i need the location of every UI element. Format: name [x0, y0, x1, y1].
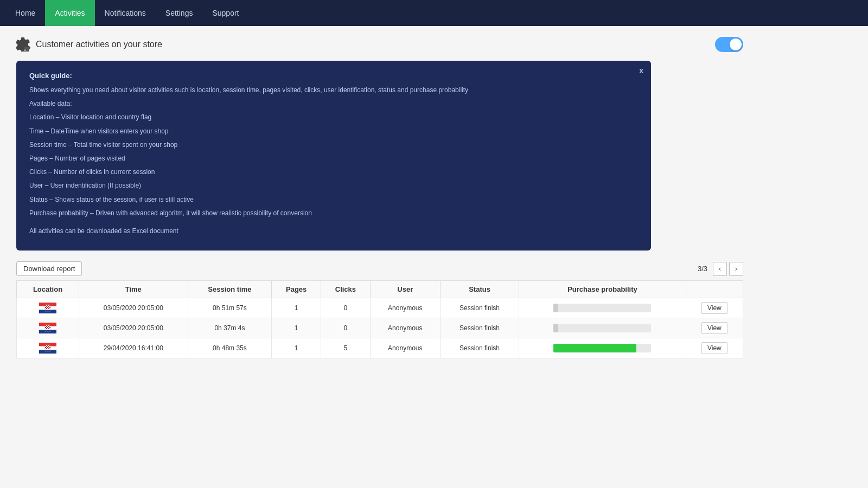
toolbar: Download report 3/3 ‹ › — [16, 261, 743, 276]
cell-location — [17, 298, 79, 318]
cell-location — [17, 318, 79, 338]
cell-purchase-probability — [519, 338, 686, 358]
cell-status: Session finish — [440, 298, 519, 318]
svg-rect-24 — [47, 308, 48, 309]
main-content: 2 Customer activities on your store x Qu… — [0, 26, 760, 369]
table-column-header: Pages — [272, 281, 321, 298]
table-column-header: Session time — [188, 281, 272, 298]
quick-guide-items: Location – Visitor location and country … — [29, 112, 638, 219]
nav-support[interactable]: Support — [202, 0, 248, 26]
next-page-button[interactable]: › — [729, 262, 743, 276]
svg-rect-37 — [45, 326, 46, 327]
cell-user: Anonymous — [370, 298, 440, 318]
svg-rect-67 — [45, 347, 46, 348]
cell-clicks: 5 — [321, 338, 371, 358]
table-row: 03/05/2020 20:05:000h 37m 4s10AnonymousS… — [17, 318, 743, 338]
svg-rect-13 — [46, 306, 47, 307]
cell-view: View — [686, 338, 743, 358]
cell-clicks: 0 — [321, 318, 371, 338]
table-body: 03/05/2020 20:05:000h 51m 57s10Anonymous… — [17, 298, 743, 358]
cell-view: View — [686, 318, 743, 338]
svg-rect-30 — [39, 330, 56, 333]
svg-rect-55 — [39, 350, 56, 354]
svg-rect-50 — [48, 328, 49, 329]
toggle-thumb — [730, 38, 742, 50]
page-title-row: 2 Customer activities on your store — [16, 37, 743, 52]
quick-guide-item: Clicks – Number of clicks in current ses… — [29, 167, 638, 177]
view-button[interactable]: View — [701, 322, 727, 334]
quick-guide-item: Location – Visitor location and country … — [29, 112, 638, 123]
svg-rect-65 — [48, 346, 49, 347]
svg-rect-72 — [45, 348, 46, 349]
quick-guide-item: User – User indentification (If possible… — [29, 181, 638, 191]
table-row: 03/05/2020 20:05:000h 51m 57s10Anonymous… — [17, 298, 743, 318]
cell-pages: 1 — [272, 298, 321, 318]
cell-time: 03/05/2020 20:05:00 — [79, 318, 188, 338]
svg-rect-10 — [48, 305, 49, 306]
table-column-header — [686, 281, 743, 298]
svg-rect-69 — [47, 347, 48, 348]
svg-rect-38 — [46, 326, 47, 327]
svg-rect-26 — [49, 308, 50, 309]
svg-rect-36 — [49, 325, 50, 326]
navbar: Home Activities Notifications Settings S… — [0, 0, 868, 26]
svg-rect-19 — [47, 307, 48, 308]
svg-rect-42 — [45, 327, 46, 328]
cell-session-time: 0h 51m 57s — [188, 298, 272, 318]
view-button[interactable]: View — [701, 302, 727, 314]
nav-notifications[interactable]: Notifications — [95, 0, 156, 26]
svg-rect-40 — [48, 326, 49, 327]
view-button[interactable]: View — [701, 342, 727, 354]
cell-location — [17, 338, 79, 358]
svg-rect-9 — [47, 305, 48, 306]
quick-guide-item: Pages – Number of pages visited — [29, 153, 638, 164]
svg-rect-32 — [45, 325, 46, 326]
download-report-button[interactable]: Download report — [16, 261, 82, 276]
cell-time: 29/04/2020 16:41:00 — [79, 338, 188, 358]
cell-status: Session finish — [440, 338, 519, 358]
svg-rect-8 — [46, 305, 47, 306]
page-info: 3/3 — [698, 265, 707, 273]
svg-rect-20 — [48, 307, 49, 308]
cell-time: 03/05/2020 20:05:00 — [79, 298, 188, 318]
table-row: 29/04/2020 16:41:000h 48m 35s15Anonymous… — [17, 338, 743, 358]
table-column-header: User — [370, 281, 440, 298]
svg-rect-49 — [47, 328, 48, 329]
svg-rect-34 — [47, 325, 48, 326]
svg-rect-61 — [49, 345, 50, 346]
svg-rect-33 — [46, 325, 47, 326]
quick-guide-footer: All activities can be downloaded as Exce… — [29, 226, 638, 236]
svg-rect-15 — [48, 306, 49, 307]
table-column-header: Location — [17, 281, 79, 298]
svg-rect-76 — [49, 348, 50, 349]
svg-rect-23 — [46, 308, 47, 309]
cell-clicks: 0 — [321, 298, 371, 318]
svg-rect-35 — [48, 325, 49, 326]
svg-rect-11 — [49, 305, 50, 306]
prev-page-button[interactable]: ‹ — [713, 262, 727, 276]
pagination: 3/3 ‹ › — [698, 262, 743, 276]
table-column-header: Status — [440, 281, 519, 298]
svg-rect-63 — [46, 346, 47, 347]
svg-rect-14 — [47, 306, 48, 307]
svg-rect-21 — [49, 307, 50, 308]
close-guide-button[interactable]: x — [639, 66, 643, 75]
nav-settings[interactable]: Settings — [156, 0, 203, 26]
svg-rect-64 — [47, 346, 48, 347]
nav-activities[interactable]: Activities — [45, 0, 94, 26]
svg-rect-22 — [45, 308, 46, 309]
table-column-header: Clicks — [321, 281, 371, 298]
svg-rect-75 — [48, 348, 49, 349]
toggle-switch[interactable] — [715, 37, 743, 52]
gear-icon: 2 — [16, 37, 30, 52]
svg-rect-17 — [45, 307, 46, 308]
svg-rect-51 — [49, 328, 50, 329]
cell-status: Session finish — [440, 318, 519, 338]
quick-guide-intro: Shows everything you need about visitor … — [29, 85, 638, 95]
cell-pages: 1 — [272, 338, 321, 358]
svg-rect-47 — [45, 328, 46, 329]
quick-guide-item: Purchase probability – Driven with advan… — [29, 208, 638, 219]
nav-home[interactable]: Home — [5, 0, 45, 26]
svg-rect-46 — [49, 327, 50, 328]
cell-session-time: 0h 48m 35s — [188, 338, 272, 358]
